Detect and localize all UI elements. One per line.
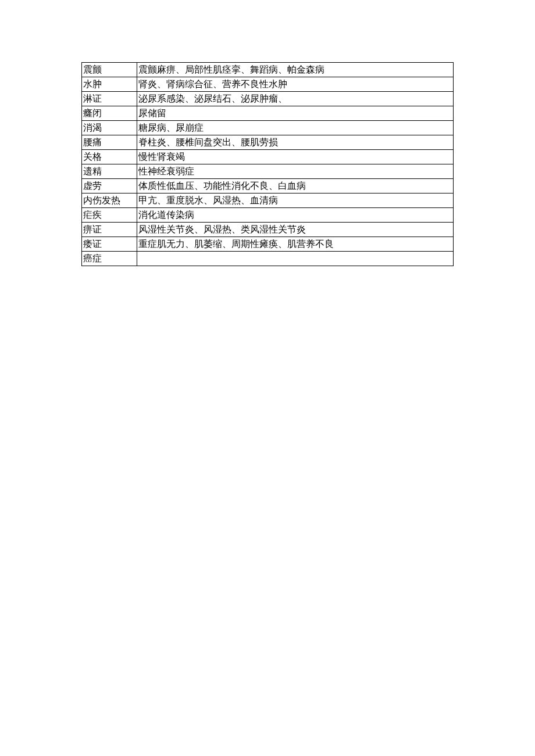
table-row: 腰痛 脊柱炎、腰椎间盘突出、腰肌劳损 <box>82 135 454 150</box>
table-row: 内伤发热 甲亢、重度脱水、风湿热、血清病 <box>82 194 454 208</box>
table-row: 癌症 <box>82 252 454 266</box>
description-cell: 尿储留 <box>137 106 453 121</box>
description-cell <box>137 252 453 266</box>
term-cell: 痿证 <box>82 237 137 252</box>
term-cell: 腰痛 <box>82 135 137 150</box>
term-cell: 内伤发热 <box>82 194 137 208</box>
term-cell: 疟疾 <box>82 208 137 223</box>
table-row: 痿证 重症肌无力、肌萎缩、周期性瘫痪、肌营养不良 <box>82 237 454 252</box>
description-cell: 脊柱炎、腰椎间盘突出、腰肌劳损 <box>137 135 453 150</box>
description-cell: 糖尿病、尿崩症 <box>137 121 453 135</box>
table-row: 疟疾 消化道传染病 <box>82 208 454 223</box>
description-cell: 风湿性关节炎、风湿热、类风湿性关节炎 <box>137 223 453 237</box>
table-row: 关格 慢性肾衰竭 <box>82 150 454 164</box>
term-cell: 关格 <box>82 150 137 164</box>
term-cell: 水肿 <box>82 77 137 92</box>
term-cell: 消渴 <box>82 121 137 135</box>
term-cell: 癃闭 <box>82 106 137 121</box>
term-cell: 虚劳 <box>82 179 137 194</box>
description-cell: 肾炎、肾病综合征、营养不良性水肿 <box>137 77 453 92</box>
table-row: 虚劳 体质性低血压、功能性消化不良、白血病 <box>82 179 454 194</box>
table-body: 震颤 震颤麻痹、局部性肌痉挛、舞蹈病、帕金森病 水肿 肾炎、肾病综合征、营养不良… <box>82 63 454 266</box>
description-cell: 消化道传染病 <box>137 208 453 223</box>
table-row: 遗精 性神经衰弱症 <box>82 164 454 179</box>
term-cell: 震颤 <box>82 63 137 77</box>
table-row: 癃闭 尿储留 <box>82 106 454 121</box>
term-cell: 淋证 <box>82 92 137 106</box>
description-cell: 重症肌无力、肌萎缩、周期性瘫痪、肌营养不良 <box>137 237 453 252</box>
term-cell: 癌症 <box>82 252 137 266</box>
table-row: 消渴 糖尿病、尿崩症 <box>82 121 454 135</box>
description-cell: 泌尿系感染、泌尿结石、泌尿肿瘤、 <box>137 92 453 106</box>
table-row: 痹证 风湿性关节炎、风湿热、类风湿性关节炎 <box>82 223 454 237</box>
description-cell: 甲亢、重度脱水、风湿热、血清病 <box>137 194 453 208</box>
description-cell: 慢性肾衰竭 <box>137 150 453 164</box>
document-page: 震颤 震颤麻痹、局部性肌痉挛、舞蹈病、帕金森病 水肿 肾炎、肾病综合征、营养不良… <box>0 0 535 266</box>
term-cell: 痹证 <box>82 223 137 237</box>
table-row: 震颤 震颤麻痹、局部性肌痉挛、舞蹈病、帕金森病 <box>82 63 454 77</box>
table-row: 水肿 肾炎、肾病综合征、营养不良性水肿 <box>82 77 454 92</box>
term-cell: 遗精 <box>82 164 137 179</box>
description-cell: 性神经衰弱症 <box>137 164 453 179</box>
description-cell: 体质性低血压、功能性消化不良、白血病 <box>137 179 453 194</box>
terminology-table: 震颤 震颤麻痹、局部性肌痉挛、舞蹈病、帕金森病 水肿 肾炎、肾病综合征、营养不良… <box>81 62 454 266</box>
description-cell: 震颤麻痹、局部性肌痉挛、舞蹈病、帕金森病 <box>137 63 453 77</box>
table-row: 淋证 泌尿系感染、泌尿结石、泌尿肿瘤、 <box>82 92 454 106</box>
